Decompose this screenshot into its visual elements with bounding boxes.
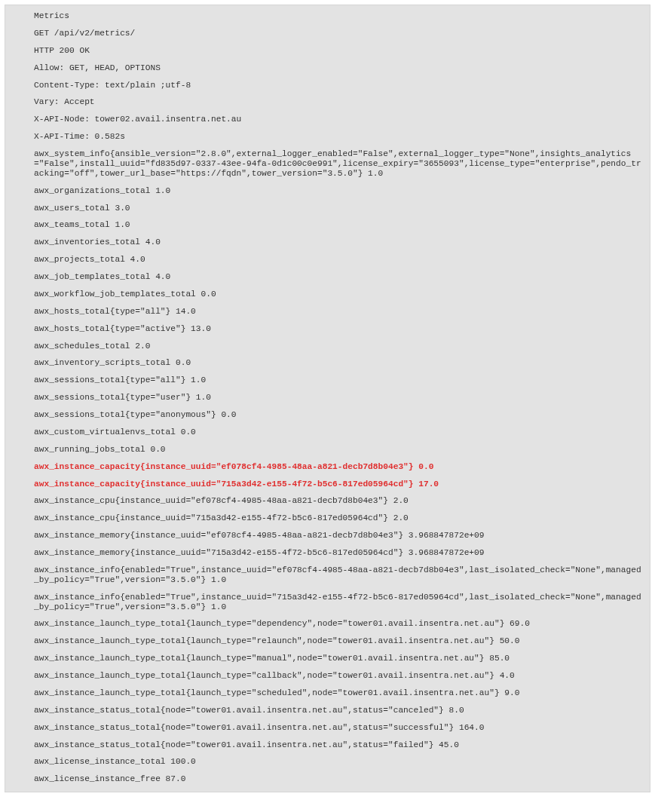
metrics-line: Vary: Accept — [34, 97, 642, 107]
metrics-line: awx_projects_total 4.0 — [34, 255, 642, 265]
metrics-line: awx_instance_launch_type_total{launch_ty… — [34, 619, 642, 629]
metrics-output-block: MetricsGET /api/v2/metrics/HTTP 200 OKAl… — [5, 5, 650, 792]
metrics-line: awx_instance_memory{instance_uuid="ef078… — [34, 531, 642, 541]
metrics-line: awx_inventory_scripts_total 0.0 — [34, 358, 642, 368]
metrics-line: Allow: GET, HEAD, OPTIONS — [34, 63, 642, 73]
metrics-line: awx_instance_info{enabled="True",instanc… — [34, 593, 642, 612]
metrics-line: awx_teams_total 1.0 — [34, 220, 642, 230]
metrics-line: awx_hosts_total{type="active"} 13.0 — [34, 324, 642, 334]
metrics-line: awx_instance_launch_type_total{launch_ty… — [34, 636, 642, 646]
metrics-line: awx_instance_status_total{node="tower01.… — [34, 740, 642, 750]
metrics-line: GET /api/v2/metrics/ — [34, 29, 642, 38]
metrics-line: X-API-Node: tower02.avail.insentra.net.a… — [34, 115, 642, 124]
metrics-line: awx_running_jobs_total 0.0 — [34, 445, 642, 455]
metrics-line: awx_sessions_total{type="all"} 1.0 — [34, 375, 642, 385]
metrics-line: awx_instance_status_total{node="tower01.… — [34, 706, 642, 715]
metrics-line: awx_instance_memory{instance_uuid="715a3… — [34, 548, 642, 558]
metrics-line: awx_sessions_total{type="user"} 1.0 — [34, 393, 642, 403]
metrics-line: awx_custom_virtualenvs_total 0.0 — [34, 427, 642, 437]
metrics-line: awx_hosts_total{type="all"} 14.0 — [34, 307, 642, 317]
metrics-line: awx_instance_launch_type_total{launch_ty… — [34, 688, 642, 698]
metrics-line: Metrics — [34, 11, 642, 21]
metrics-line: awx_workflow_job_templates_total 0.0 — [34, 290, 642, 299]
metrics-line: awx_instance_capacity{instance_uuid="ef0… — [34, 462, 642, 472]
metrics-line: awx_instance_cpu{instance_uuid="715a3d42… — [34, 513, 642, 523]
metrics-line: awx_instance_capacity{instance_uuid="715… — [34, 480, 642, 489]
metrics-line: HTTP 200 OK — [34, 46, 642, 56]
metrics-line: awx_instance_cpu{instance_uuid="ef078cf4… — [34, 496, 642, 506]
metrics-line: awx_inventories_total 4.0 — [34, 237, 642, 247]
metrics-line: awx_instance_status_total{node="tower01.… — [34, 723, 642, 733]
metrics-line: awx_job_templates_total 4.0 — [34, 272, 642, 282]
metrics-line: awx_instance_launch_type_total{launch_ty… — [34, 654, 642, 663]
metrics-line: awx_system_info{ansible_version="2.8.0",… — [34, 149, 642, 179]
metrics-line: awx_organizations_total 1.0 — [34, 186, 642, 196]
metrics-line: awx_license_instance_total 100.0 — [34, 757, 642, 767]
metrics-line: awx_instance_launch_type_total{launch_ty… — [34, 671, 642, 681]
metrics-line: awx_license_instance_free 87.0 — [34, 774, 642, 784]
metrics-line: awx_schedules_total 2.0 — [34, 342, 642, 351]
metrics-line: X-API-Time: 0.582s — [34, 132, 642, 142]
metrics-line: awx_sessions_total{type="anonymous"} 0.0 — [34, 410, 642, 420]
metrics-line: Content-Type: text/plain ;utf-8 — [34, 81, 642, 90]
metrics-line: awx_users_total 3.0 — [34, 204, 642, 213]
metrics-line: awx_instance_info{enabled="True",instanc… — [34, 565, 642, 585]
